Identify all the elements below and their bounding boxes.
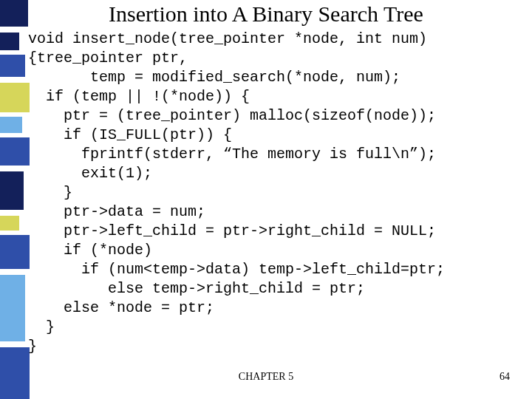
code-line: ptr = (tree_pointer) malloc(sizeof(node)… [28, 107, 436, 124]
code-line: else *node = ptr; [28, 299, 214, 316]
sidebar-block [0, 235, 30, 269]
code-line: fprintf(stderr, “The memory is full\n”); [28, 146, 436, 163]
code-line: void insert_node(tree_pointer *node, int… [28, 30, 427, 47]
code-line: } [28, 338, 37, 355]
code-line: ptr->data = num; [28, 203, 205, 220]
code-line: if (IS_FULL(ptr)) { [28, 126, 232, 143]
code-line: if (*node) [28, 242, 152, 259]
code-line: if (temp || !(*node)) { [28, 88, 250, 105]
footer-page-number: 64 [499, 371, 510, 383]
sidebar-block [0, 117, 22, 133]
slide-title: Insertion into A Binary Search Tree [0, 1, 532, 27]
code-line: } [28, 184, 72, 201]
code-line: {tree_pointer ptr, [28, 50, 188, 66]
sidebar-block [0, 275, 25, 341]
sidebar-block [0, 171, 24, 210]
code-line: ptr->left_child = ptr->right_child = NUL… [28, 222, 436, 239]
code-line: } [28, 318, 55, 335]
code-line: exit(1); [28, 165, 152, 182]
sidebar-block [0, 83, 30, 112]
code-line: if (num<temp->data) temp->left_child=ptr… [28, 261, 445, 278]
sidebar-block [0, 33, 19, 50]
sidebar-block [0, 55, 25, 77]
slide: Insertion into A Binary Search Tree void… [0, 0, 532, 399]
sidebar-block [0, 137, 30, 166]
code-block: void insert_node(tree_pointer *node, int… [28, 30, 445, 356]
decorative-sidebar [0, 0, 30, 399]
sidebar-block [0, 216, 19, 231]
footer-chapter: CHAPTER 5 [0, 371, 532, 383]
code-line: temp = modified_search(*node, num); [28, 69, 400, 86]
code-line: else temp->right_child = ptr; [28, 280, 365, 297]
